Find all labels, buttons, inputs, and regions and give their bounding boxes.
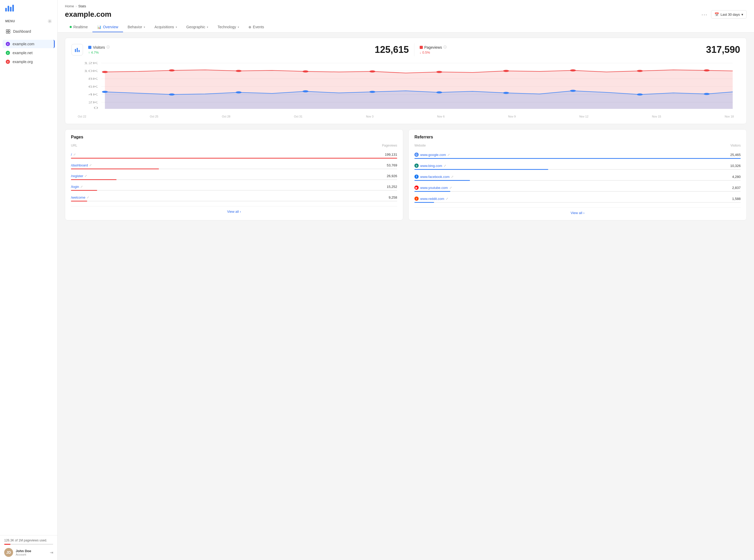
- x-label-7: Nov 12: [579, 115, 588, 118]
- page-value-4: 9,258: [388, 196, 397, 199]
- visitors-change-value: 4.7%: [91, 51, 99, 55]
- tab-behavior[interactable]: Behavior ▾: [123, 22, 150, 32]
- referrers-view-all[interactable]: View all ›: [414, 207, 741, 215]
- ref-bar-bg-2: [414, 180, 741, 181]
- pageviews-dot-6: [503, 70, 509, 72]
- pages-view-all-arrow: ›: [240, 209, 241, 214]
- pageviews-dot-4: [369, 71, 375, 73]
- pages-header-row: URL Pageviews: [71, 144, 397, 149]
- svg-text:12K: 12K: [84, 61, 98, 65]
- x-label-3: Oct 31: [294, 115, 303, 118]
- visitors-dot-4: [369, 91, 375, 93]
- more-options-button[interactable]: ···: [702, 12, 708, 18]
- referrer-row-1: b www.bing.com ⤢ 10,326: [414, 163, 741, 170]
- pages-panel: Pages URL Pageviews / ⤢ 199,131: [65, 129, 403, 220]
- user-name: John Doe: [16, 549, 31, 553]
- usage-text: 126.3K of 1M pageviews used.: [4, 539, 53, 542]
- page-url-2[interactable]: /register ⤢: [71, 174, 87, 178]
- ref-ext-icon-3: ⤢: [449, 186, 452, 189]
- tab-acquisitions-label: Acquisitions: [154, 25, 174, 29]
- date-range-button[interactable]: 📅 Last 30 days ▾: [711, 10, 747, 19]
- visitors-block: Visitors ⓘ ↑ 4.7%: [88, 45, 266, 55]
- svg-text:10K: 10K: [84, 69, 98, 73]
- external-link-icon-1: ⤢: [89, 163, 92, 167]
- page-value-1: 53,769: [387, 163, 397, 167]
- chart-area: 12K 10K 8K 6K 4K 2K 0: [65, 56, 747, 124]
- visitors-change-arrow: ↑: [88, 51, 90, 55]
- page-url-0[interactable]: / ⤢: [71, 153, 76, 157]
- breadcrumb-home[interactable]: Home: [65, 4, 74, 8]
- visitors-dot-0: [102, 91, 108, 93]
- ref-bar-fill-0: [414, 158, 741, 159]
- referrer-name-2[interactable]: f www.facebook.com ⤢: [414, 175, 453, 179]
- pageviews-info-icon[interactable]: ⓘ: [444, 45, 447, 49]
- stats-header: Visitors ⓘ ↑ 4.7% 125,615 Pageview: [65, 38, 747, 56]
- tab-acquisitions[interactable]: Acquisitions ▾: [150, 22, 182, 32]
- site-dot-example-net: e: [6, 51, 10, 55]
- referrer-name-4[interactable]: r www.reddit.com ⤢: [414, 197, 448, 201]
- tab-geographic-label: Geographic: [187, 25, 205, 29]
- visitors-label-row: Visitors ⓘ: [88, 45, 266, 49]
- pageviews-block: Pageviews ⓘ ↓ 0.5%: [420, 45, 598, 55]
- pageviews-change-arrow: ↓: [420, 51, 422, 55]
- site-label-example-net: example.net: [13, 51, 33, 55]
- pages-view-all[interactable]: View all ›: [71, 206, 397, 214]
- referrer-row-2: f www.facebook.com ⤢ 4,280: [414, 175, 741, 181]
- referrer-name-1[interactable]: b www.bing.com ⤢: [414, 163, 446, 168]
- main-content: Home › Stats example.com ··· 📅 Last 30 d…: [58, 0, 754, 560]
- page-url-4[interactable]: /welcome ⤢: [71, 196, 89, 199]
- referrer-name-0[interactable]: G www.google.com ⤢: [414, 153, 450, 157]
- pages-col-pageviews: Pageviews: [382, 144, 397, 147]
- pageviews-label: Pageviews: [424, 45, 442, 49]
- avatar: JD: [4, 548, 13, 557]
- pages-row-1: /dashboard ⤢ 53,769: [71, 163, 397, 169]
- usage-bar-fill: [4, 544, 11, 545]
- visitors-value: 125,615: [266, 44, 409, 55]
- logout-icon[interactable]: ⇥: [50, 550, 53, 555]
- geographic-chevron: ▾: [207, 26, 208, 28]
- acquisitions-chevron: ▾: [176, 26, 177, 28]
- site-item-example-org[interactable]: e example.org: [3, 58, 55, 66]
- ref-bar-bg-3: [414, 191, 741, 192]
- site-item-example-com[interactable]: e example.com: [3, 40, 55, 48]
- chart-icon-box: [72, 44, 83, 56]
- breadcrumb-current: Stats: [78, 4, 86, 8]
- visitors-dot-2: [236, 91, 241, 94]
- technology-chevron: ▾: [238, 26, 239, 28]
- sidebar-footer: 126.3K of 1M pageviews used. JD John Doe…: [0, 535, 57, 560]
- tab-realtime[interactable]: Realtime: [65, 22, 92, 32]
- referrer-name-text-3: www.youtube.com: [420, 186, 448, 190]
- visitors-info-icon[interactable]: ⓘ: [107, 45, 110, 49]
- pages-view-all-label: View all: [227, 209, 239, 214]
- page-bar-fill-3: [71, 190, 97, 191]
- referrer-name-3[interactable]: ▶ www.youtube.com ⤢: [414, 185, 452, 190]
- site-item-example-net[interactable]: e example.net: [3, 49, 55, 57]
- page-url-text-1: /dashboard: [71, 163, 88, 167]
- referrers-view-all-arrow: ›: [583, 211, 584, 215]
- tab-events-label: Events: [253, 25, 264, 29]
- tab-geographic[interactable]: Geographic ▾: [182, 22, 213, 32]
- calendar-icon: 📅: [714, 12, 719, 17]
- site-label-example-org: example.org: [13, 60, 33, 64]
- tab-events[interactable]: ⊕ Events: [244, 22, 269, 32]
- ref-bar-bg-0: [414, 158, 741, 159]
- pageviews-dot-1: [169, 69, 175, 72]
- tab-overview-label: Overview: [103, 25, 118, 29]
- pageviews-color: [420, 46, 423, 49]
- pageviews-dot-8: [637, 70, 643, 72]
- settings-icon[interactable]: [47, 19, 52, 23]
- nav-item-dashboard[interactable]: Dashboard: [3, 27, 55, 36]
- svg-rect-2: [8, 29, 10, 31]
- svg-text:6K: 6K: [88, 85, 98, 88]
- svg-rect-3: [6, 32, 8, 33]
- page-bar-bg-2: [71, 179, 397, 180]
- page-url-1[interactable]: /dashboard ⤢: [71, 163, 92, 167]
- tab-technology[interactable]: Technology ▾: [213, 22, 244, 32]
- page-url-text-3: /login: [71, 185, 79, 189]
- content-area: Visitors ⓘ ↑ 4.7% 125,615 Pageview: [58, 33, 754, 560]
- tab-overview[interactable]: 📊 Overview: [92, 22, 123, 32]
- visitors-dot-1: [169, 94, 175, 96]
- page-url-3[interactable]: /login ⤢: [71, 185, 83, 189]
- pageviews-dot-2: [236, 70, 241, 72]
- visitors-dot-7: [570, 90, 576, 92]
